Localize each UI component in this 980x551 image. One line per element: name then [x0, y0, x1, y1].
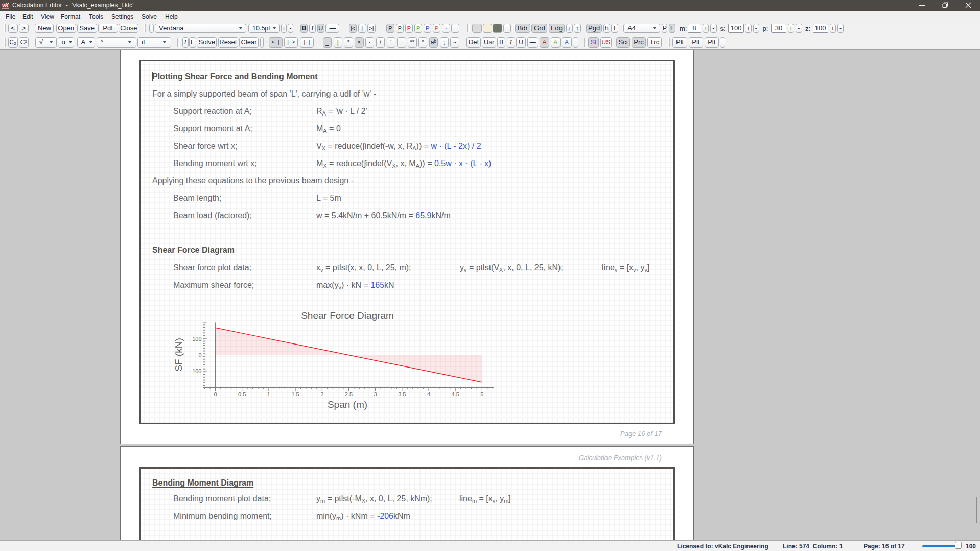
svg-text:100: 100 [192, 336, 201, 342]
svg-text:Shear Force Diagram: Shear Force Diagram [301, 310, 394, 321]
svg-text:4.5: 4.5 [452, 391, 459, 397]
svg-text:2: 2 [320, 391, 323, 397]
svg-text:0.5: 0.5 [238, 391, 246, 397]
svg-text:0: 0 [214, 391, 217, 397]
svg-text:3: 3 [374, 391, 377, 397]
svg-text:1: 1 [267, 391, 270, 397]
svg-text:-100: -100 [190, 368, 201, 374]
svg-text:1.5: 1.5 [291, 391, 299, 397]
svg-text:3.5: 3.5 [398, 391, 406, 397]
svg-text:SF (kN): SF (kN) [173, 338, 184, 371]
svg-text:2.5: 2.5 [345, 391, 353, 397]
svg-text:5: 5 [480, 391, 483, 397]
svg-text:Span (m): Span (m) [328, 399, 367, 410]
svg-text:0: 0 [198, 352, 201, 358]
svg-text:4: 4 [427, 391, 430, 397]
